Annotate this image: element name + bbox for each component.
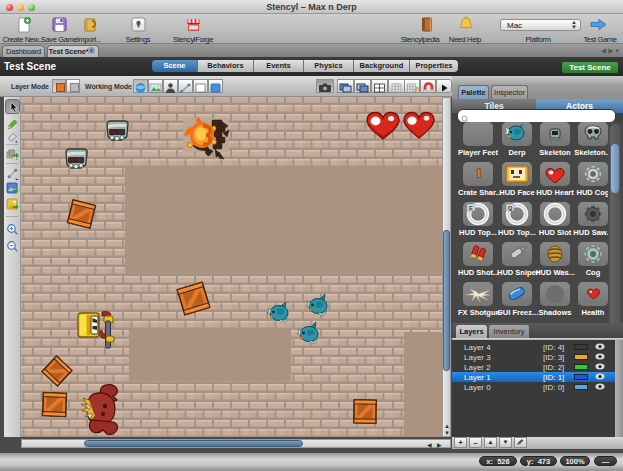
svg-text:E: E — [469, 205, 473, 211]
svg-text:Q: Q — [508, 205, 513, 211]
